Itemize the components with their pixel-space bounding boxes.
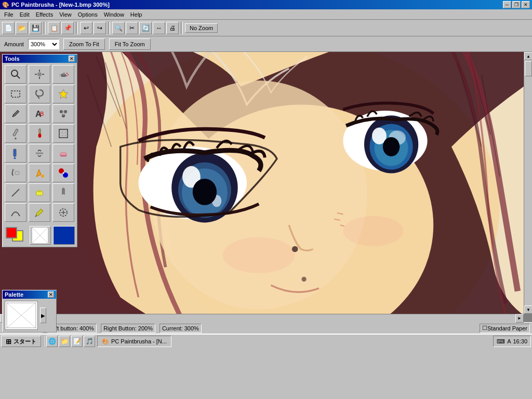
tools-label: Tools bbox=[5, 56, 20, 62]
zoom-in-button[interactable]: 🔍 bbox=[112, 22, 125, 34]
rect-select-tool[interactable] bbox=[5, 85, 26, 103]
menu-window[interactable]: Window bbox=[101, 10, 127, 19]
save-button[interactable]: 💾 bbox=[29, 22, 42, 34]
paste-button[interactable]: 📌 bbox=[61, 22, 74, 34]
taskbar-icon-3[interactable]: 📝 bbox=[71, 336, 83, 347]
line-tool[interactable] bbox=[5, 183, 26, 202]
taskbar: ⊞ スタート 🌐 📁 📝 🎵 🎨 PC Paintbrusha - [N... … bbox=[0, 334, 532, 348]
scroll-track-h[interactable] bbox=[8, 314, 515, 323]
svg-point-53 bbox=[38, 134, 42, 138]
svg-point-10 bbox=[193, 179, 217, 205]
menu-view[interactable]: View bbox=[56, 10, 75, 19]
text-tool[interactable]: AB bbox=[29, 104, 50, 123]
marker-tool[interactable] bbox=[52, 183, 74, 202]
flip-button[interactable]: ↔ bbox=[153, 22, 165, 34]
star-tool[interactable] bbox=[52, 85, 74, 103]
no-zoom-button[interactable]: No Zoom bbox=[185, 23, 218, 33]
curve-tool[interactable] bbox=[5, 203, 26, 222]
taskbar-icon-4[interactable]: 🎵 bbox=[84, 336, 95, 347]
title-bar-controls: ─ ❐ ✕ bbox=[503, 1, 530, 8]
extra-color[interactable] bbox=[53, 226, 75, 245]
palette-panel: Palette ✕ ▶ bbox=[2, 290, 57, 332]
task-label: PC Paintbrusha - [N... bbox=[111, 338, 167, 344]
crop-button[interactable]: ✂ bbox=[126, 22, 138, 34]
print-button[interactable]: 🖨 bbox=[166, 22, 179, 34]
zoom-tool[interactable] bbox=[5, 65, 26, 84]
pattern-preview[interactable] bbox=[30, 226, 51, 245]
clone-stamp-tool[interactable] bbox=[52, 203, 74, 222]
svg-rect-33 bbox=[63, 73, 65, 75]
scroll-right-button[interactable]: ► bbox=[515, 314, 524, 323]
zoom-to-fit-button[interactable]: Zoom To Fit bbox=[63, 38, 105, 50]
svg-marker-40 bbox=[59, 89, 68, 99]
restore-button[interactable]: ❐ bbox=[512, 1, 521, 8]
svg-rect-50 bbox=[13, 129, 18, 136]
crayon-tool[interactable] bbox=[5, 144, 26, 163]
minimize-button[interactable]: ─ bbox=[503, 1, 511, 8]
svg-point-65 bbox=[41, 175, 44, 178]
fit-to-zoom-button[interactable]: Fit To Zoom bbox=[109, 38, 151, 50]
color-replace-tool[interactable] bbox=[52, 164, 74, 182]
pencil-tool[interactable] bbox=[5, 124, 26, 143]
taskbar-icon-1[interactable]: 🌐 bbox=[46, 336, 58, 347]
svg-rect-71 bbox=[38, 190, 41, 192]
eraser-tool[interactable] bbox=[52, 144, 74, 163]
svg-point-34 bbox=[59, 74, 61, 76]
highlighter-tool[interactable] bbox=[29, 183, 50, 202]
svg-point-36 bbox=[68, 74, 69, 75]
taskbar-icon-2[interactable]: 📁 bbox=[59, 336, 70, 347]
menu-options[interactable]: Options bbox=[75, 10, 101, 19]
menu-edit[interactable]: Edit bbox=[17, 10, 33, 19]
transform-tool[interactable] bbox=[52, 104, 74, 123]
taskbar-paintbrush-task[interactable]: 🎨 PC Paintbrusha - [N... bbox=[97, 336, 171, 347]
canvas-area[interactable] bbox=[0, 52, 524, 314]
pattern-fill-tool[interactable] bbox=[52, 124, 74, 143]
svg-line-30 bbox=[17, 75, 20, 78]
scroll-down-button[interactable]: ▼ bbox=[524, 305, 532, 314]
palette-preview[interactable] bbox=[5, 301, 38, 330]
menu-help[interactable]: Help bbox=[127, 10, 145, 19]
airbrush-tool[interactable] bbox=[52, 65, 74, 84]
rotate-button[interactable]: 🔄 bbox=[139, 22, 152, 34]
paintbrush-tool[interactable] bbox=[29, 124, 50, 143]
open-button[interactable]: 📂 bbox=[16, 22, 28, 34]
horizontal-scrollbar: ◄ ► bbox=[0, 314, 524, 322]
palette-arrow-button[interactable]: ▶ bbox=[40, 308, 46, 323]
svg-rect-64 bbox=[15, 171, 19, 175]
status-paper: ☐ Standard Paper bbox=[480, 324, 530, 333]
foreground-color-swatch[interactable] bbox=[6, 227, 17, 238]
scroll-track-v[interactable] bbox=[524, 60, 532, 305]
undo-button[interactable]: ↩ bbox=[80, 22, 92, 34]
menu-file[interactable]: File bbox=[1, 10, 17, 19]
tools-close-button[interactable]: ✕ bbox=[69, 56, 75, 62]
pan-tool[interactable] bbox=[29, 65, 50, 84]
scroll-up-button[interactable]: ▲ bbox=[524, 52, 532, 60]
start-button[interactable]: ⊞ スタート bbox=[1, 336, 41, 347]
svg-marker-60 bbox=[14, 156, 16, 159]
windows-logo: ⊞ bbox=[6, 338, 11, 345]
palette-close-button[interactable]: ✕ bbox=[48, 291, 54, 298]
eyedropper-tool[interactable] bbox=[29, 203, 50, 222]
svg-line-74 bbox=[35, 216, 36, 217]
taskbar-system-tray: ⌨ A 16:30 bbox=[493, 336, 531, 347]
svg-rect-38 bbox=[11, 91, 20, 97]
color-row bbox=[3, 224, 77, 247]
main-area: ▲ ▼ ◄ ► Tools ✕ bbox=[0, 52, 532, 322]
palette-panel-title: Palette ✕ bbox=[3, 290, 56, 299]
scroll-thumb-v[interactable] bbox=[525, 61, 532, 76]
svg-rect-52 bbox=[39, 129, 41, 134]
redo-button[interactable]: ↪ bbox=[94, 22, 106, 34]
copy-button[interactable]: 📋 bbox=[48, 22, 60, 34]
blur-tool[interactable] bbox=[29, 144, 50, 163]
toolbar-separator-3 bbox=[108, 22, 110, 34]
new-button[interactable]: 📄 bbox=[2, 22, 15, 34]
pen-tool[interactable] bbox=[5, 104, 26, 123]
undo-brush-tool[interactable] bbox=[5, 164, 26, 182]
close-button[interactable]: ✕ bbox=[522, 1, 530, 8]
menu-effects[interactable]: Effects bbox=[33, 10, 56, 19]
zoom-select[interactable]: 300% 100% 200% 400% bbox=[28, 39, 59, 49]
lasso-tool[interactable] bbox=[29, 85, 50, 103]
fill-tool[interactable] bbox=[29, 164, 50, 182]
tools-panel: Tools ✕ bbox=[2, 54, 77, 247]
toolbar: 📄 📂 💾 📋 📌 ↩ ↪ 🔍 ✂ 🔄 ↔ 🖨 No Zoom bbox=[0, 20, 532, 36]
